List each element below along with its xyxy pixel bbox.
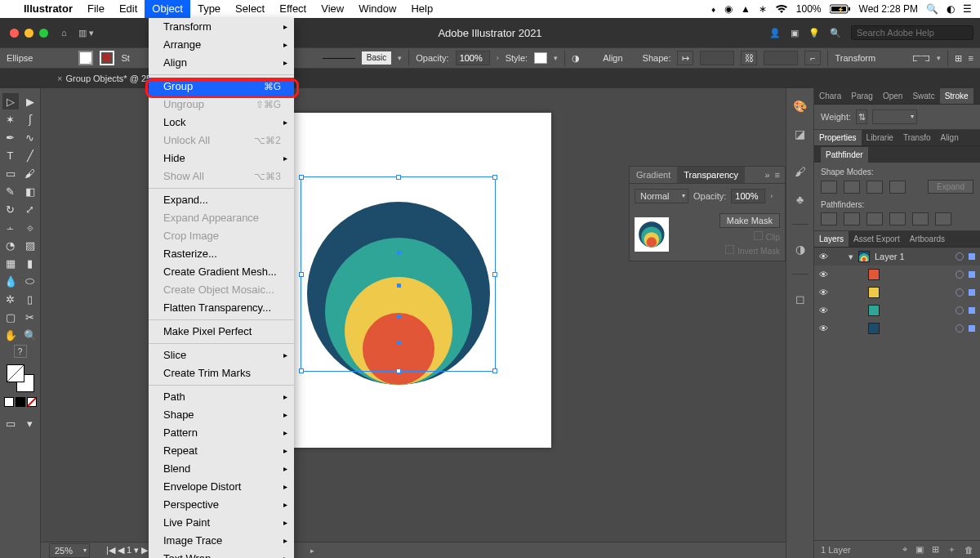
wifi-icon[interactable] [775, 4, 788, 14]
direct-selection-tool[interactable]: ▶ [22, 93, 38, 109]
search-input[interactable] [851, 25, 973, 40]
corner-icon[interactable]: ⌐ [804, 51, 821, 65]
graph-tool[interactable]: ▯ [22, 291, 38, 307]
user-icon[interactable]: 👤 [769, 28, 781, 38]
layer-item[interactable]: 👁 [814, 301, 980, 319]
visibility-icon[interactable]: 👁 [819, 270, 831, 279]
menu-object[interactable]: Object [145, 0, 190, 18]
menu-item[interactable]: Group⌘G [149, 78, 294, 96]
type-tool[interactable]: T [2, 147, 19, 163]
shape-icon[interactable]: ▲ [741, 3, 751, 15]
menu-file[interactable]: File [80, 0, 112, 18]
recolor-icon[interactable]: ◑ [572, 53, 580, 64]
fill-indicator[interactable]: ▾ [78, 51, 93, 65]
shape-builder-tool[interactable]: ◔ [2, 237, 19, 253]
menu-item[interactable]: Align [149, 54, 294, 72]
artboard-tool[interactable]: ▢ [2, 309, 19, 325]
menu-item[interactable]: Flatten Transparency... [149, 299, 294, 317]
isolate-icon[interactable]: ⫍⫎ [912, 53, 930, 63]
style-swatch[interactable] [534, 52, 547, 64]
menu-item[interactable]: Create Trim Marks [149, 364, 294, 382]
screen-mode-menu[interactable]: ▾ [22, 415, 38, 431]
menu-item[interactable]: Slice [149, 346, 294, 364]
tab-stroke[interactable]: Stroke [940, 88, 973, 104]
minimize-window[interactable] [24, 29, 33, 38]
selection-tool[interactable]: ▷ [2, 93, 19, 109]
screen-mode[interactable]: ▭ [2, 415, 19, 431]
merge-icon[interactable] [866, 212, 883, 225]
scale-tool[interactable]: ⤢ [22, 201, 38, 217]
panel-menu-icon[interactable]: ≡ [775, 170, 780, 180]
menu-item[interactable]: Make Pixel Perfect [149, 323, 294, 341]
new-layer-icon[interactable]: ＋ [947, 543, 956, 556]
dropbox-icon[interactable]: ⬧ [710, 3, 716, 15]
line-tool[interactable]: ╱ [22, 147, 38, 163]
menu-app[interactable]: Illustrator [16, 0, 80, 18]
target-icon[interactable] [956, 252, 964, 261]
eyedropper-tool[interactable]: 💧 [2, 273, 19, 289]
mesh-tool[interactable]: ▦ [2, 255, 19, 271]
wand-tool[interactable]: ✶ [2, 111, 19, 127]
outline-icon[interactable] [912, 212, 929, 225]
menu-item[interactable]: Blend [149, 460, 294, 478]
shaper-tool[interactable]: ✎ [2, 183, 19, 199]
menu-item[interactable]: Expand... [149, 191, 294, 209]
menu-help[interactable]: Help [403, 0, 440, 18]
tab-pathfinder[interactable]: Pathfinder [821, 147, 868, 163]
intersect-icon[interactable] [866, 181, 883, 194]
weight-stepper[interactable]: ⇅ [856, 109, 867, 124]
cc-icon[interactable]: ◉ [724, 3, 733, 15]
menu-item[interactable]: Hide [149, 150, 294, 167]
workspace-switcher[interactable]: ▥ ▾ [78, 28, 94, 38]
color-guide-icon[interactable]: ◪ [792, 126, 808, 142]
minus-back-icon[interactable] [935, 212, 951, 225]
blend-tool[interactable]: ⬭ [22, 273, 38, 289]
brushes-icon[interactable]: 🖌 [792, 163, 808, 180]
bulb-icon[interactable]: 💡 [808, 28, 820, 38]
weight-value[interactable] [872, 109, 917, 124]
make-mask-button[interactable]: Make Mask [719, 213, 780, 228]
locate-icon[interactable]: ⌖ [902, 544, 907, 555]
color-mode-fill[interactable] [4, 397, 14, 407]
control-center-icon[interactable]: ☰ [963, 3, 972, 15]
eraser-tool[interactable]: ◧ [22, 183, 38, 199]
home-icon[interactable]: ⌂ [61, 28, 67, 38]
menu-item[interactable]: Perspective [149, 496, 294, 514]
menu-item[interactable]: Envelope Distort [149, 478, 294, 496]
maximize-window[interactable] [39, 29, 48, 38]
rotate-tool[interactable]: ↻ [2, 201, 19, 217]
menu-edit[interactable]: Edit [112, 0, 145, 18]
clock[interactable]: Wed 2:28 PM [859, 3, 918, 15]
color-mode-gradient[interactable] [16, 397, 25, 407]
tab-layers[interactable]: Layers [814, 231, 849, 247]
rectangle-tool[interactable]: ▭ [2, 165, 19, 181]
menu-item[interactable]: Pattern [149, 424, 294, 442]
exclude-icon[interactable] [889, 181, 906, 194]
menu-window[interactable]: Window [351, 0, 403, 18]
menu-item[interactable]: Text Wrap [149, 550, 294, 558]
transparency-thumb[interactable] [635, 217, 669, 252]
free-transform-tool[interactable]: ⟐ [22, 219, 38, 235]
menu-item[interactable]: Live Paint [149, 514, 294, 532]
visibility-icon[interactable]: 👁 [819, 252, 831, 261]
symbols-icon[interactable]: ♣ [792, 191, 808, 208]
shape-h-value[interactable] [764, 51, 798, 65]
stroke-indicator[interactable] [100, 51, 114, 65]
menu-view[interactable]: View [314, 0, 351, 18]
make-clip-icon[interactable]: ▣ [915, 544, 924, 555]
pen-tool[interactable]: ✒ [2, 129, 19, 145]
divide-icon[interactable] [821, 212, 837, 225]
layer-item[interactable]: 👁 [814, 319, 980, 337]
trim-icon[interactable] [844, 212, 860, 225]
menu-select[interactable]: Select [228, 0, 272, 18]
menu-item[interactable]: Transform [149, 18, 294, 36]
perspective-tool[interactable]: ▨ [22, 237, 38, 253]
target-icon[interactable] [956, 288, 964, 297]
menu-effect[interactable]: Effect [272, 0, 314, 18]
transform-label[interactable]: Transform [835, 53, 875, 63]
color-panel-icon[interactable]: 🎨 [792, 98, 808, 114]
menu-item[interactable]: Lock [149, 114, 294, 132]
siri-icon[interactable]: ◐ [947, 3, 955, 15]
zoom-tool[interactable]: 🔍 [22, 327, 38, 343]
brush-basic[interactable]: Basic [362, 51, 391, 65]
